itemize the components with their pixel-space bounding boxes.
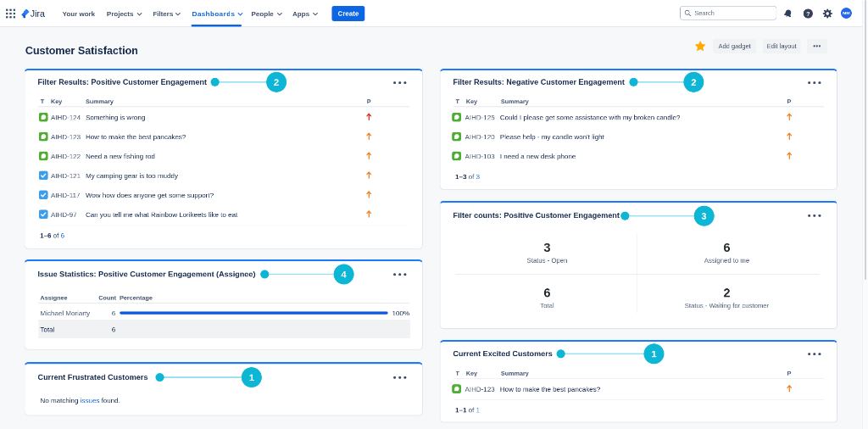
svg-text:?: ? bbox=[806, 10, 810, 17]
